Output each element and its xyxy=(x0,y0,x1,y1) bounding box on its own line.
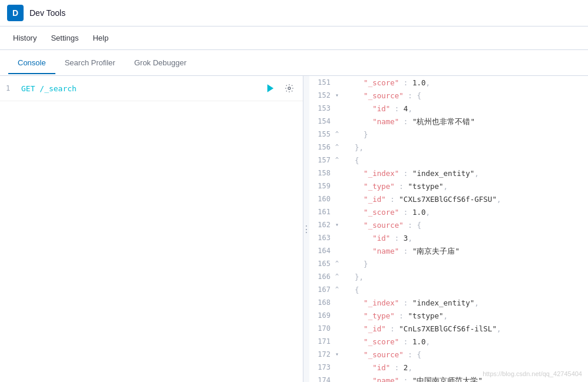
line-number: 151 xyxy=(309,76,335,88)
line-number: 172 xyxy=(309,348,335,360)
code-line: 153 "id" : 4, xyxy=(309,102,588,115)
code-line: 158 "_index" : "index_entity", xyxy=(309,167,588,180)
fold-indicator[interactable]: ^ xyxy=(335,141,343,152)
code-content: "_source" : { xyxy=(343,348,421,361)
line-number: 166 xyxy=(309,270,335,283)
code-content: "name" : "杭州也非常不错" xyxy=(343,115,475,128)
code-line: 160 "_id" : "CXLs7XEBlGCfS6f-GFSU", xyxy=(309,192,588,205)
fold-indicator[interactable]: ^ xyxy=(335,270,343,281)
fold-indicator[interactable]: ▾ xyxy=(335,89,343,100)
nav-help[interactable]: Help xyxy=(87,30,114,46)
query-settings-button[interactable] xyxy=(282,81,297,96)
svg-marker-0 xyxy=(267,84,274,92)
code-content: { xyxy=(343,154,359,167)
code-content: "_id" : "CXLs7XEBlGCfS6f-GFSU", xyxy=(343,192,501,205)
line-number: 162 xyxy=(309,218,335,231)
fold-indicator[interactable]: ^ xyxy=(335,257,343,268)
svg-point-1 xyxy=(288,87,290,89)
code-content: { xyxy=(343,283,359,296)
app-title: Dev Tools xyxy=(29,8,65,18)
code-line: 169 "_type" : "tstype", xyxy=(309,309,588,322)
fold-indicator[interactable]: ▾ xyxy=(335,348,343,359)
top-bar: D Dev Tools xyxy=(0,0,588,26)
line-number: 152 xyxy=(309,89,335,101)
code-line: 165^ } xyxy=(309,257,588,270)
line-number: 171 xyxy=(309,335,335,347)
line-number: 154 xyxy=(309,115,335,127)
fold-indicator xyxy=(335,231,343,233)
right-panel[interactable]: 151 "_score" : 1.0,152▾ "_source" : {153… xyxy=(309,76,588,382)
code-content: "_type" : "tstype", xyxy=(343,180,448,192)
code-line: 166^ }, xyxy=(309,270,588,283)
fold-indicator[interactable]: ▾ xyxy=(335,218,343,230)
code-line: 167^ { xyxy=(309,283,588,296)
fold-indicator xyxy=(335,322,343,324)
line-number: 164 xyxy=(309,244,335,257)
app-icon: D xyxy=(7,5,24,21)
code-line: 173 "id" : 2, xyxy=(309,361,588,374)
code-line: 163 "id" : 3, xyxy=(309,231,588,244)
fold-indicator xyxy=(335,205,343,207)
line-number: 167 xyxy=(309,283,335,295)
query-row: 1 GET /_search xyxy=(0,76,303,101)
line-number: 170 xyxy=(309,322,335,334)
line-number: 165 xyxy=(309,257,335,270)
code-content: "_score" : 1.0, xyxy=(343,76,430,89)
code-content: "name" : "中国南京师范大学" xyxy=(343,374,483,382)
code-line: 151 "_score" : 1.0, xyxy=(309,76,588,89)
fold-indicator xyxy=(335,180,343,181)
fold-indicator xyxy=(335,361,343,363)
run-button[interactable] xyxy=(263,81,278,96)
code-content: "id" : 3, xyxy=(343,231,412,244)
code-line: 162▾ "_source" : { xyxy=(309,218,588,231)
code-line: 155^ } xyxy=(309,128,588,141)
line-number: 157 xyxy=(309,154,335,166)
code-line: 171 "_score" : 1.0, xyxy=(309,335,588,348)
code-content: }, xyxy=(343,141,364,154)
fold-indicator xyxy=(335,244,343,246)
code-line: 174 "name" : "中国南京师范大学" xyxy=(309,374,588,382)
code-content: "_source" : { xyxy=(343,89,421,102)
tabs-bar: Console Search Profiler Grok Debugger xyxy=(0,50,588,76)
code-line: 159 "_type" : "tstype", xyxy=(309,180,588,192)
code-content: "id" : 4, xyxy=(343,102,412,115)
line-number: 153 xyxy=(309,102,335,114)
code-line: 170 "_id" : "CnLs7XEBlGCfS6f-ilSL", xyxy=(309,322,588,335)
nav-history[interactable]: History xyxy=(7,30,42,46)
line-number: 155 xyxy=(309,128,335,140)
line-number: 160 xyxy=(309,192,335,205)
fold-indicator[interactable]: ^ xyxy=(335,154,343,165)
code-line: 164 "name" : "南京夫子庙" xyxy=(309,244,588,257)
fold-indicator xyxy=(335,335,343,337)
panel-divider[interactable]: ⋮ xyxy=(303,76,309,382)
query-text: GET /_search xyxy=(21,84,259,93)
tab-search-profiler[interactable]: Search Profiler xyxy=(55,52,125,74)
code-content: "_score" : 1.0, xyxy=(343,335,430,348)
line-number: 156 xyxy=(309,141,335,153)
fold-indicator xyxy=(335,115,343,117)
fold-indicator xyxy=(335,296,343,298)
code-line: 156^ }, xyxy=(309,141,588,154)
code-line: 152▾ "_source" : { xyxy=(309,89,588,102)
tab-grok-debugger[interactable]: Grok Debugger xyxy=(125,52,196,74)
tab-console[interactable]: Console xyxy=(8,52,55,74)
code-content: "_index" : "index_entity", xyxy=(343,296,479,309)
code-content: } xyxy=(343,257,368,270)
fold-indicator xyxy=(335,192,343,194)
fold-indicator[interactable]: ^ xyxy=(335,283,343,294)
code-content: "_index" : "index_entity", xyxy=(343,167,479,180)
line-number: 169 xyxy=(309,309,335,321)
nav-settings[interactable]: Settings xyxy=(45,30,84,46)
code-content: "id" : 2, xyxy=(343,361,412,374)
fold-indicator xyxy=(335,309,343,311)
code-content: "_id" : "CnLs7XEBlGCfS6f-ilSL", xyxy=(343,322,501,335)
fold-indicator[interactable]: ^ xyxy=(335,128,343,139)
nav-bar: History Settings Help xyxy=(0,26,588,50)
line-number: 161 xyxy=(309,205,335,218)
fold-indicator xyxy=(335,374,343,376)
fold-indicator xyxy=(335,76,343,78)
code-content: "name" : "南京夫子庙" xyxy=(343,244,460,257)
line-number: 158 xyxy=(309,167,335,179)
code-line: 172▾ "_source" : { xyxy=(309,348,588,361)
main-content: 1 GET /_search ⋮ 151 "_score" : 1.0,152▾… xyxy=(0,76,588,382)
